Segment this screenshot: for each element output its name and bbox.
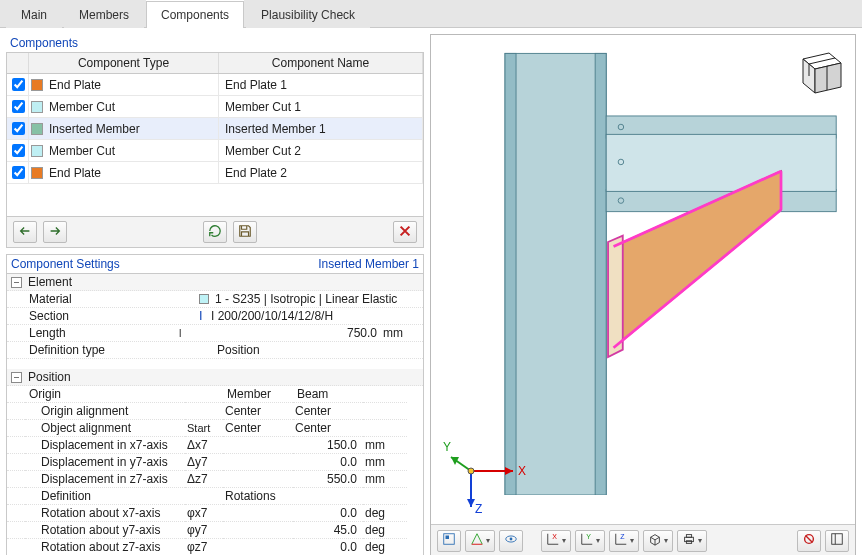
prop-label: Definition type bbox=[29, 343, 217, 357]
group-label: Position bbox=[28, 370, 71, 384]
axis-y-icon: Y bbox=[580, 532, 594, 549]
axis-gizmo-icon: X Y Z bbox=[443, 437, 533, 517]
prop-value: 750.0 bbox=[257, 326, 377, 340]
view-select-button[interactable] bbox=[437, 530, 461, 552]
group-position[interactable]: – Position bbox=[7, 369, 423, 386]
column-header-type[interactable]: Component Type bbox=[29, 53, 219, 73]
eye-icon bbox=[504, 532, 518, 549]
prop-value[interactable]: 0.0 bbox=[293, 539, 363, 555]
chevron-down-icon: ▾ bbox=[486, 536, 490, 545]
row-checkbox[interactable] bbox=[12, 78, 25, 91]
view-axis-toggle-button[interactable]: ▾ bbox=[465, 530, 495, 552]
svg-point-29 bbox=[468, 468, 474, 474]
prop-symbol: Δy7 bbox=[185, 454, 223, 471]
prop-value[interactable]: 150.0 bbox=[293, 437, 363, 454]
prop-unit: deg bbox=[363, 522, 407, 539]
component-settings-panel: Component Settings Inserted Member 1 – E… bbox=[6, 254, 424, 555]
tab-plausibility-label: Plausibility Check bbox=[261, 8, 355, 22]
delete-button[interactable] bbox=[393, 221, 417, 243]
prop-value[interactable]: 550.0 bbox=[293, 471, 363, 488]
orientation-cube[interactable] bbox=[791, 43, 845, 100]
prop-material[interactable]: Material 1 - S235 | Isotropic | Linear E… bbox=[7, 291, 423, 308]
svg-rect-41 bbox=[832, 534, 843, 545]
view-iso-button[interactable]: ▾ bbox=[643, 530, 673, 552]
prop-value[interactable]: 45.0 bbox=[293, 522, 363, 539]
axis-gizmo[interactable]: X Y Z bbox=[443, 437, 533, 520]
chevron-down-icon: ▾ bbox=[562, 536, 566, 545]
prop-label: Displacement in x7-axis bbox=[25, 437, 185, 454]
row-name: End Plate 1 bbox=[225, 78, 287, 92]
svg-point-32 bbox=[510, 538, 513, 541]
components-table-header: Component Type Component Name bbox=[7, 53, 423, 74]
table-row[interactable]: End Plate End Plate 1 bbox=[7, 74, 423, 96]
row-checkbox[interactable] bbox=[12, 100, 25, 113]
prop-label: Length bbox=[29, 326, 179, 340]
row-type: End Plate bbox=[49, 166, 101, 180]
prop-label: Material bbox=[29, 292, 199, 306]
table-row[interactable]: Inserted Member Inserted Member 1 bbox=[7, 118, 423, 140]
prop-label: Rotation about y7-axis bbox=[25, 522, 185, 539]
tab-components-label: Components bbox=[161, 8, 229, 22]
tab-members[interactable]: Members bbox=[64, 1, 144, 28]
view-axis-z-button[interactable]: Z▾ bbox=[609, 530, 639, 552]
table-row[interactable]: Member Cut Member Cut 2 bbox=[7, 140, 423, 162]
prop-section[interactable]: Section Ⅰ I 200/200/10/14/12/8/H bbox=[7, 308, 423, 325]
settings-header: Component Settings Inserted Member 1 bbox=[7, 255, 423, 274]
table-row[interactable]: Member Cut Member Cut 1 bbox=[7, 96, 423, 118]
refresh-button[interactable] bbox=[203, 221, 227, 243]
prop-label: Rotation about z7-axis bbox=[25, 539, 185, 555]
tab-main[interactable]: Main bbox=[6, 1, 62, 28]
prop-unit: mm bbox=[363, 454, 407, 471]
view-axis-y-button[interactable]: Y▾ bbox=[575, 530, 605, 552]
prop-symbol: φz7 bbox=[185, 539, 223, 555]
prop-unit: deg bbox=[363, 539, 407, 555]
view-expand-button[interactable] bbox=[825, 530, 849, 552]
prop-symbol: Δx7 bbox=[185, 437, 223, 454]
prop-value[interactable]: Start bbox=[185, 420, 223, 437]
save-button[interactable] bbox=[233, 221, 257, 243]
table-row[interactable]: End Plate End Plate 2 bbox=[7, 162, 423, 184]
move-up-button[interactable] bbox=[13, 221, 37, 243]
row-checkbox[interactable] bbox=[12, 122, 25, 135]
svg-marker-27 bbox=[467, 499, 475, 507]
column-header-name[interactable]: Component Name bbox=[219, 53, 423, 73]
prop-value[interactable]: Center bbox=[293, 403, 363, 420]
view-axis-x-button[interactable]: X▾ bbox=[541, 530, 571, 552]
collapse-toggle[interactable]: – bbox=[11, 372, 22, 383]
row-name: Member Cut 2 bbox=[225, 144, 301, 158]
move-down-button[interactable] bbox=[43, 221, 67, 243]
model-render-icon bbox=[431, 35, 855, 495]
prop-value[interactable]: Rotations bbox=[223, 488, 363, 505]
prop-value[interactable]: 0.0 bbox=[293, 454, 363, 471]
prop-definition-type[interactable]: Definition type Position bbox=[7, 342, 423, 359]
prop-label: Displacement in y7-axis bbox=[25, 454, 185, 471]
prop-label: Section bbox=[29, 309, 199, 323]
prop-symbol: φy7 bbox=[185, 522, 223, 539]
view-print-button[interactable]: ▾ bbox=[677, 530, 707, 552]
row-checkbox[interactable] bbox=[12, 144, 25, 157]
prop-value[interactable]: 0.0 bbox=[293, 505, 363, 522]
components-table: Component Type Component Name End Plate … bbox=[6, 53, 424, 217]
view-reset-button[interactable] bbox=[797, 530, 821, 552]
prop-length[interactable]: Length l 750.0 mm bbox=[7, 325, 423, 342]
tab-plausibility[interactable]: Plausibility Check bbox=[246, 1, 370, 28]
view-perspective-button[interactable] bbox=[499, 530, 523, 552]
viewport-3d[interactable]: X Y Z ▾ X▾ bbox=[431, 35, 855, 555]
color-swatch-icon bbox=[31, 79, 43, 91]
tab-components[interactable]: Components bbox=[146, 1, 244, 28]
svg-rect-0 bbox=[505, 53, 606, 495]
print-icon bbox=[682, 532, 696, 549]
prop-value[interactable]: Center bbox=[293, 420, 363, 437]
prop-unit: deg bbox=[363, 505, 407, 522]
prop-value[interactable]: Center bbox=[223, 403, 293, 420]
prop-value[interactable]: Center bbox=[223, 420, 293, 437]
chevron-down-icon: ▾ bbox=[698, 536, 702, 545]
color-swatch-icon bbox=[31, 167, 43, 179]
row-name: Inserted Member 1 bbox=[225, 122, 326, 136]
chevron-down-icon: ▾ bbox=[630, 536, 634, 545]
prop-unit: mm bbox=[363, 471, 407, 488]
row-checkbox[interactable] bbox=[12, 166, 25, 179]
collapse-toggle[interactable]: – bbox=[11, 277, 22, 288]
group-element[interactable]: – Element bbox=[7, 274, 423, 291]
prop-label: Origin alignment bbox=[25, 403, 185, 420]
